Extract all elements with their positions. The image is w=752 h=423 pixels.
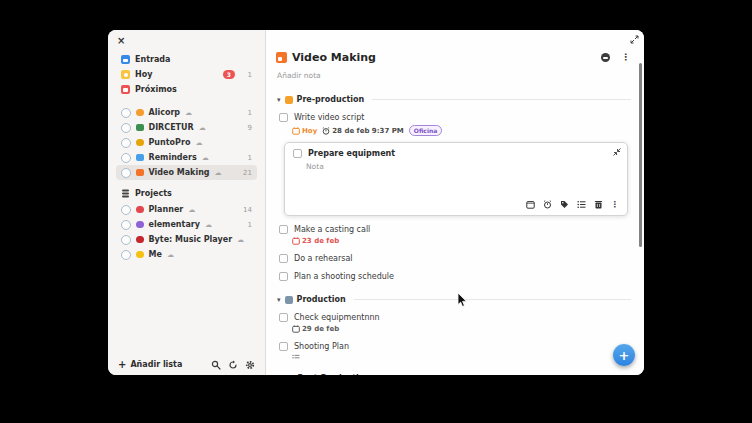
reminder-button[interactable] [543, 200, 552, 209]
sidebar-list-video-making[interactable]: Video Making ☁ 21 [116, 165, 257, 180]
task-checkbox[interactable] [293, 149, 302, 158]
checklist-button[interactable] [577, 200, 586, 209]
gear-icon [245, 360, 255, 370]
project-name: elementary [149, 220, 200, 229]
alarm-icon [322, 127, 330, 135]
progress-circle [121, 205, 131, 215]
project-emoji-icon [276, 52, 287, 63]
inbox-icon [121, 55, 130, 64]
note-placeholder[interactable]: Nota [306, 162, 619, 171]
sidebar-item-label: Hoy [135, 70, 152, 79]
project-name: Me [149, 250, 162, 259]
sidebar-project-elementary[interactable]: elementary ☁ 1 [116, 217, 257, 232]
settings-button[interactable] [245, 360, 255, 370]
task-row-check-equipment[interactable]: Check equipmentnnn [279, 313, 630, 322]
task-checkbox[interactable] [279, 225, 288, 234]
task-row-write-script[interactable]: Write video script [279, 113, 630, 122]
section-pre-production: ▾ Pre-production [277, 95, 631, 104]
due-today-label: Hoy [302, 127, 317, 135]
chevron-down-icon[interactable]: ▾ [277, 96, 281, 104]
section-production: ▾ Production [277, 295, 631, 304]
plus-icon: + [118, 360, 126, 370]
progress-circle [121, 235, 131, 245]
add-list-button[interactable]: + Añadir lista [118, 360, 182, 370]
task-row-shooting-plan[interactable]: Shooting Plan [279, 342, 630, 351]
sidebar-project-planner[interactable]: Planner ☁ 14 [116, 202, 257, 217]
sync-button[interactable] [228, 360, 238, 370]
task-row-rehearsal[interactable]: Do a rehearsal [279, 254, 630, 263]
expand-window-button[interactable] [630, 35, 639, 44]
task-title: Do a rehearsal [294, 254, 353, 263]
menu-kebab-icon[interactable]: ⋮ [621, 53, 630, 62]
sidebar-list-dircetur[interactable]: DIRCETUR ☁ 9 [116, 120, 257, 135]
search-icon [211, 360, 221, 370]
task-meta-write-script: Hoy 28 de feb 9:37 PM Oficina [292, 125, 630, 136]
sidebar-item-label: Próximos [135, 85, 177, 94]
task-row-casting-call[interactable]: Make a casting call [279, 225, 630, 234]
section-emoji-icon [285, 296, 293, 304]
tag-pill-oficina[interactable]: Oficina [409, 125, 442, 136]
collapse-icon [613, 148, 621, 156]
filter-icon[interactable] [601, 53, 610, 62]
section-label: Production [297, 295, 346, 304]
window-close-button[interactable]: × [117, 36, 125, 46]
task-checkbox[interactable] [279, 254, 288, 263]
progress-circle [121, 108, 131, 118]
project-count: 14 [240, 206, 252, 214]
section-label: Pre-production [297, 95, 365, 104]
task-checkbox[interactable] [279, 342, 288, 351]
sidebar-project-byte[interactable]: Byte: Music Player ☁ [116, 232, 257, 247]
project-emoji-icon [136, 206, 144, 214]
list-emoji-icon [136, 154, 144, 162]
stack-icon [121, 189, 130, 198]
task-title: Prepare equipment [308, 149, 395, 158]
label-button[interactable] [560, 200, 569, 209]
sidebar-item-hoy[interactable]: Hoy 3 1 [116, 67, 257, 82]
overdue-badge: 3 [223, 70, 235, 79]
task-checkbox[interactable] [279, 272, 288, 281]
search-button[interactable] [211, 360, 221, 370]
task-row-schedule[interactable]: Plan a shooting schedule [279, 272, 630, 281]
project-name: Byte: Music Player [149, 235, 233, 244]
delete-button[interactable] [594, 200, 603, 209]
task-title: Shooting Plan [294, 342, 349, 351]
projects-header[interactable]: Projects [121, 186, 252, 200]
list-emoji-icon [136, 169, 144, 177]
task-card-prepare-equipment[interactable]: Prepare equipment Nota [284, 142, 628, 216]
add-task-button[interactable]: + [613, 344, 635, 366]
task-menu-kebab-icon[interactable]: ⋮ [611, 200, 619, 209]
list-count: 9 [240, 124, 252, 132]
trash-icon [594, 200, 603, 209]
collapse-task-button[interactable] [613, 148, 621, 156]
project-emoji-icon [136, 236, 144, 244]
sync-icon [228, 360, 238, 370]
cloud-icon: ☁ [195, 139, 202, 147]
add-note-placeholder[interactable]: Añadir nota [277, 71, 644, 80]
sidebar-item-entrada[interactable]: Entrada [116, 52, 257, 67]
scrollbar[interactable] [639, 63, 642, 247]
upcoming-icon [121, 85, 130, 94]
task-title: Plan a shooting schedule [294, 272, 394, 281]
project-emoji-icon [136, 221, 144, 229]
subtask-indicator [292, 354, 644, 361]
list-count: 1 [240, 109, 252, 117]
task-checkbox[interactable] [279, 113, 288, 122]
sidebar-list-puntopro[interactable]: PuntoPro ☁ [116, 135, 257, 150]
task-meta-casting-call: 23 de feb [292, 237, 630, 245]
alarm-icon [543, 200, 552, 209]
list-emoji-icon [136, 139, 144, 147]
schedule-button[interactable] [526, 200, 535, 209]
calendar-icon [526, 200, 535, 209]
tag-icon [560, 200, 569, 209]
main-panel: Video Making ⋮ Añadir nota ▾ Pre-product… [266, 30, 644, 375]
sidebar-item-proximos[interactable]: Próximos [116, 82, 257, 97]
sidebar-list-reminders[interactable]: Reminders ☁ 1 [116, 150, 257, 165]
list-count: 21 [240, 169, 252, 177]
task-checkbox[interactable] [279, 313, 288, 322]
calendar-icon [292, 127, 300, 135]
page-title: Video Making [292, 51, 376, 64]
chevron-down-icon[interactable]: ▾ [277, 296, 281, 304]
chevron-down-icon[interactable]: ▾ [277, 375, 281, 376]
sidebar-project-me[interactable]: Me ☁ [116, 247, 257, 262]
sidebar-list-alicorp[interactable]: Alicorp ☁ 1 [116, 105, 257, 120]
